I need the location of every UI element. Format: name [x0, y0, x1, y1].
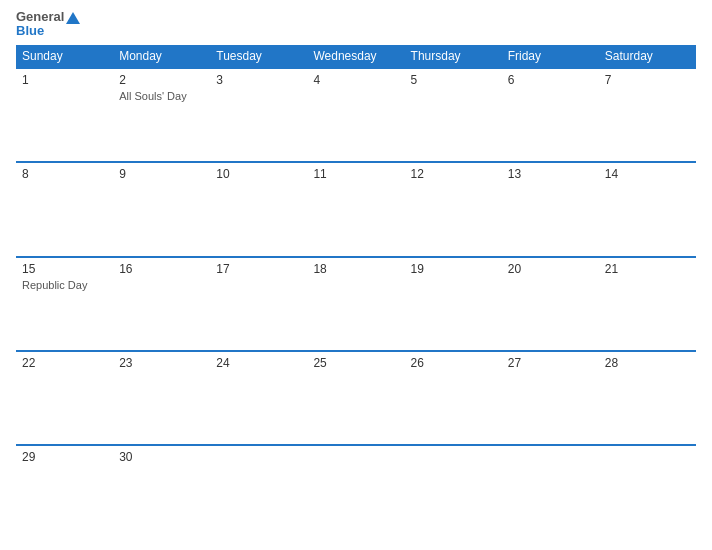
day-number: 4	[313, 73, 398, 87]
day-number: 11	[313, 167, 398, 181]
weekday-sunday: Sunday	[16, 45, 113, 68]
calendar-cell: 14	[599, 162, 696, 256]
weekday-tuesday: Tuesday	[210, 45, 307, 68]
calendar-cell: 16	[113, 257, 210, 351]
calendar-header: General Blue	[16, 10, 696, 39]
calendar-cell: 2All Souls' Day	[113, 68, 210, 162]
calendar-cell: 25	[307, 351, 404, 445]
calendar-cell: 9	[113, 162, 210, 256]
calendar-cell: 21	[599, 257, 696, 351]
logo-general-text: General	[16, 10, 80, 24]
day-number: 17	[216, 262, 301, 276]
calendar-cell: 15Republic Day	[16, 257, 113, 351]
calendar-cell: 12	[405, 162, 502, 256]
day-number: 2	[119, 73, 204, 87]
day-number: 13	[508, 167, 593, 181]
day-number: 26	[411, 356, 496, 370]
holiday-label: Republic Day	[22, 279, 87, 291]
day-number: 10	[216, 167, 301, 181]
day-number: 5	[411, 73, 496, 87]
calendar-cell: 7	[599, 68, 696, 162]
calendar-cell: 4	[307, 68, 404, 162]
day-number: 19	[411, 262, 496, 276]
day-number: 22	[22, 356, 107, 370]
calendar-cell: 17	[210, 257, 307, 351]
logo-triangle-icon	[66, 12, 80, 24]
calendar-cell: 5	[405, 68, 502, 162]
day-number: 18	[313, 262, 398, 276]
day-number: 23	[119, 356, 204, 370]
calendar-table: SundayMondayTuesdayWednesdayThursdayFrid…	[16, 45, 696, 540]
calendar-cell: 18	[307, 257, 404, 351]
day-number: 20	[508, 262, 593, 276]
calendar-cell: 29	[16, 445, 113, 540]
weekday-thursday: Thursday	[405, 45, 502, 68]
day-number: 16	[119, 262, 204, 276]
calendar-cell: 23	[113, 351, 210, 445]
week-row-1: 12All Souls' Day34567	[16, 68, 696, 162]
calendar-cell: 13	[502, 162, 599, 256]
day-number: 27	[508, 356, 593, 370]
calendar-cell: 20	[502, 257, 599, 351]
holiday-label: All Souls' Day	[119, 90, 187, 102]
day-number: 24	[216, 356, 301, 370]
day-number: 9	[119, 167, 204, 181]
calendar-cell: 30	[113, 445, 210, 540]
calendar-cell	[599, 445, 696, 540]
weekday-saturday: Saturday	[599, 45, 696, 68]
weekday-wednesday: Wednesday	[307, 45, 404, 68]
calendar-cell	[405, 445, 502, 540]
calendar-cell	[307, 445, 404, 540]
calendar-cell: 11	[307, 162, 404, 256]
weekday-monday: Monday	[113, 45, 210, 68]
calendar-cell: 24	[210, 351, 307, 445]
day-number: 7	[605, 73, 690, 87]
day-number: 1	[22, 73, 107, 87]
calendar-cell	[502, 445, 599, 540]
week-row-3: 15Republic Day161718192021	[16, 257, 696, 351]
calendar-cell	[210, 445, 307, 540]
weekday-header-row: SundayMondayTuesdayWednesdayThursdayFrid…	[16, 45, 696, 68]
day-number: 12	[411, 167, 496, 181]
calendar-cell: 10	[210, 162, 307, 256]
day-number: 8	[22, 167, 107, 181]
calendar-cell: 27	[502, 351, 599, 445]
day-number: 3	[216, 73, 301, 87]
calendar-cell: 1	[16, 68, 113, 162]
week-row-4: 22232425262728	[16, 351, 696, 445]
day-number: 6	[508, 73, 593, 87]
calendar-cell: 8	[16, 162, 113, 256]
day-number: 21	[605, 262, 690, 276]
week-row-5: 2930	[16, 445, 696, 540]
day-number: 30	[119, 450, 204, 464]
day-number: 14	[605, 167, 690, 181]
calendar-cell: 19	[405, 257, 502, 351]
weekday-friday: Friday	[502, 45, 599, 68]
day-number: 25	[313, 356, 398, 370]
calendar-cell: 3	[210, 68, 307, 162]
day-number: 15	[22, 262, 107, 276]
calendar-cell: 26	[405, 351, 502, 445]
logo-blue-text: Blue	[16, 24, 44, 38]
calendar-cell: 28	[599, 351, 696, 445]
calendar-cell: 22	[16, 351, 113, 445]
week-row-2: 891011121314	[16, 162, 696, 256]
calendar-cell: 6	[502, 68, 599, 162]
day-number: 28	[605, 356, 690, 370]
logo: General Blue	[16, 10, 80, 39]
day-number: 29	[22, 450, 107, 464]
